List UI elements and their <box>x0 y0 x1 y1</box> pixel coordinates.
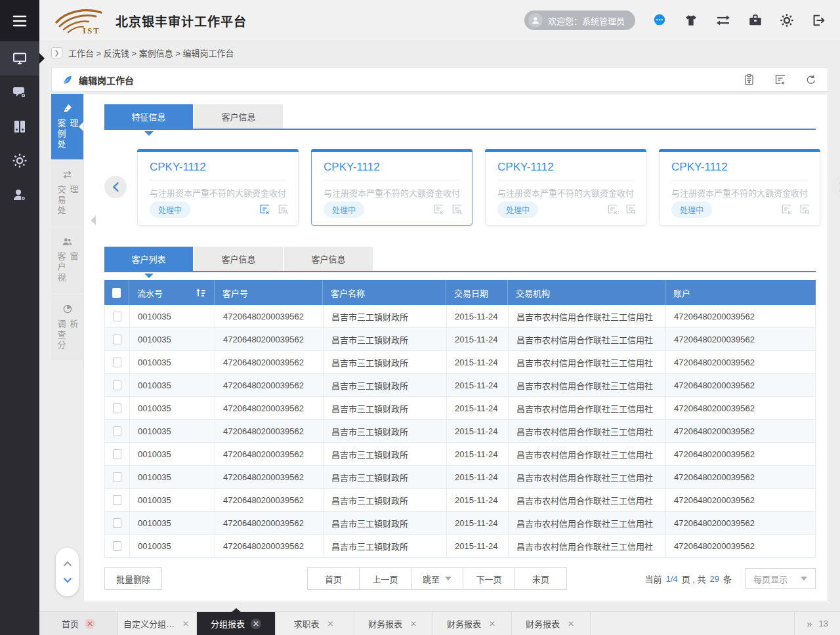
case-card[interactable]: CPKY-1112 与注册资本严重不符的大额资金收付 处理中 <box>137 149 299 226</box>
row-checkbox[interactable] <box>113 403 121 413</box>
doc-remove-icon[interactable] <box>780 203 792 215</box>
gear-icon[interactable] <box>780 13 794 28</box>
case-card[interactable]: CPKY-1112 与注册资本严重不符的大额资金收付 处理中 <box>485 149 646 226</box>
col-trade-date: 交易日期 <box>446 280 507 305</box>
message-icon[interactable] <box>652 13 667 28</box>
sidebar-item-workbench[interactable] <box>0 41 39 75</box>
bottom-tab[interactable]: 分组报表 ✕ <box>197 612 276 635</box>
briefcase-icon[interactable] <box>748 13 763 28</box>
row-checkbox[interactable] <box>113 449 121 459</box>
select-all-checkbox[interactable] <box>112 288 121 298</box>
close-icon[interactable]: ✕ <box>180 619 191 629</box>
sidebar-item-user-settings[interactable] <box>0 178 39 212</box>
close-icon[interactable]: ✕ <box>85 619 95 629</box>
vtab-transaction-processing[interactable]: 交易处理 <box>51 161 83 226</box>
close-icon[interactable]: ✕ <box>408 619 419 629</box>
case-card-id: CPKY-1112 <box>497 158 634 180</box>
sort-icon[interactable] <box>196 288 206 297</box>
collapse-strip-icon[interactable] <box>91 216 96 225</box>
table-row[interactable]: 0010035 47206480200039562 昌吉市三工镇财政所 2015… <box>105 305 815 328</box>
chevron-down-icon[interactable] <box>63 577 72 583</box>
tab-customer-info-2[interactable]: 客户信息 <box>284 247 373 271</box>
doc-search-icon[interactable] <box>625 203 637 215</box>
batch-delete-button[interactable]: 批量删除 <box>104 567 162 590</box>
user-welcome-pill[interactable]: 欢迎您：系统管理员 <box>524 10 635 30</box>
per-page-select[interactable]: 每页显示 <box>745 568 816 589</box>
case-card-desc: 与注册资本严重不符的大额资金收付 <box>324 186 460 199</box>
close-icon[interactable]: ✕ <box>487 619 497 629</box>
vtab-label: 案例处理 <box>55 119 80 159</box>
row-checkbox[interactable] <box>113 380 121 390</box>
cell-account: 47206480200039562 <box>665 443 815 466</box>
bottom-tab[interactable]: 首页 ✕ <box>39 612 118 635</box>
doc-search-icon[interactable] <box>451 203 463 215</box>
bottom-tab[interactable]: 求职表 ✕ <box>276 612 354 635</box>
menu-icon[interactable] <box>0 0 39 41</box>
tab-customer-info-1[interactable]: 客户信息 <box>194 247 283 271</box>
page-info-suffix: 条 <box>723 573 732 585</box>
bottom-tab[interactable]: 财务报表 ✕ <box>512 612 591 635</box>
breadcrumb-expand-icon[interactable]: ❯ <box>51 47 62 58</box>
table-row[interactable]: 0010035 47206480200039562 昌吉市三工镇财政所 2015… <box>105 397 815 420</box>
row-checkbox[interactable] <box>113 495 121 505</box>
vtab-case-processing[interactable]: 案例处理 <box>51 94 83 159</box>
jump-to-select[interactable]: 跳至 <box>411 567 463 590</box>
doc-remove-icon[interactable] <box>259 203 270 215</box>
row-checkbox[interactable] <box>113 518 121 528</box>
table-row[interactable]: 0010035 47206480200039562 昌吉市三工镇财政所 2015… <box>105 420 815 443</box>
row-checkbox[interactable] <box>113 312 121 321</box>
undo-icon[interactable] <box>805 73 817 86</box>
user-avatar-icon <box>528 13 543 28</box>
vtab-customer-window[interactable]: 客户视窗 <box>51 228 83 293</box>
row-checkbox[interactable] <box>113 541 121 551</box>
row-checkbox[interactable] <box>113 472 121 482</box>
row-checkbox[interactable] <box>113 358 121 367</box>
sidebar-item-chat-settings[interactable] <box>0 75 39 110</box>
next-page-button[interactable]: 下一页 <box>463 567 515 590</box>
clipboard-icon[interactable] <box>743 73 755 86</box>
tshirt-icon[interactable] <box>684 13 698 28</box>
doc-remove-icon[interactable] <box>606 203 618 215</box>
doc-search-icon[interactable] <box>277 203 289 215</box>
close-icon[interactable]: ✕ <box>326 619 336 629</box>
sidebar-item-settings[interactable] <box>0 144 39 178</box>
sidebar-item-archive[interactable] <box>0 110 39 144</box>
cards-next-button[interactable] <box>831 176 840 198</box>
logout-icon[interactable] <box>811 13 826 28</box>
bottom-tab[interactable]: 财务报表 ✕ <box>354 612 433 635</box>
doc-search-icon[interactable] <box>799 203 810 215</box>
table-row[interactable]: 0010035 47206480200039562 昌吉市三工镇财政所 2015… <box>105 535 815 558</box>
tab-customer-list[interactable]: 客户列表 <box>104 247 193 271</box>
chevron-up-icon[interactable] <box>63 561 72 567</box>
table-row[interactable]: 0010035 47206480200039562 昌吉市三工镇财政所 2015… <box>105 443 815 466</box>
last-page-button[interactable]: 末页 <box>514 567 567 590</box>
close-icon[interactable]: ✕ <box>566 619 576 629</box>
row-checkbox[interactable] <box>113 426 121 436</box>
table-row[interactable]: 0010035 47206480200039562 昌吉市三工镇财政所 2015… <box>105 512 815 535</box>
row-checkbox[interactable] <box>113 335 121 344</box>
table-row[interactable]: 0010035 47206480200039562 昌吉市三工镇财政所 2015… <box>105 466 815 489</box>
case-card[interactable]: CPKY-1112 与注册资本严重不符的大额资金收付 处理中 <box>311 149 472 226</box>
cell-trade-org: 昌吉市农村信用合作联社三工信用社 <box>508 489 665 512</box>
bottom-tab[interactable]: 财务报表 ✕ <box>433 612 512 635</box>
cell-customer-no: 47206480200039562 <box>215 305 323 328</box>
doc-remove-icon[interactable] <box>774 73 786 86</box>
table-row[interactable]: 0010035 47206480200039562 昌吉市三工镇财政所 2015… <box>105 374 815 397</box>
tab-feature-info[interactable]: 特征信息 <box>104 104 193 129</box>
cards-prev-button[interactable] <box>104 176 127 198</box>
table-row[interactable]: 0010035 47206480200039562 昌吉市三工镇财政所 2015… <box>105 489 815 512</box>
table-row[interactable]: 0010035 47206480200039562 昌吉市三工镇财政所 2015… <box>105 328 815 351</box>
swap-icon[interactable] <box>715 13 731 28</box>
close-icon[interactable]: ✕ <box>251 619 261 629</box>
first-page-button[interactable]: 首页 <box>307 567 360 590</box>
bottom-tab[interactable]: 自定义分组… ✕ <box>118 612 197 635</box>
prev-page-button[interactable]: 上一页 <box>359 567 411 590</box>
tabs-overflow-icon[interactable]: » <box>807 618 810 629</box>
cell-customer-name: 昌吉市三工镇财政所 <box>323 443 446 466</box>
doc-remove-icon[interactable] <box>432 203 444 215</box>
case-card[interactable]: CPKY-1112 与注册资本严重不符的大额资金收付 处理中 <box>659 149 820 226</box>
table-row[interactable]: 0010035 47206480200039562 昌吉市三工镇财政所 2015… <box>105 351 815 374</box>
tab-customer-info[interactable]: 客户信息 <box>194 104 283 129</box>
status-badge: 处理中 <box>150 201 190 218</box>
vtab-investigation-analysis[interactable]: 调查分析 <box>51 295 83 360</box>
